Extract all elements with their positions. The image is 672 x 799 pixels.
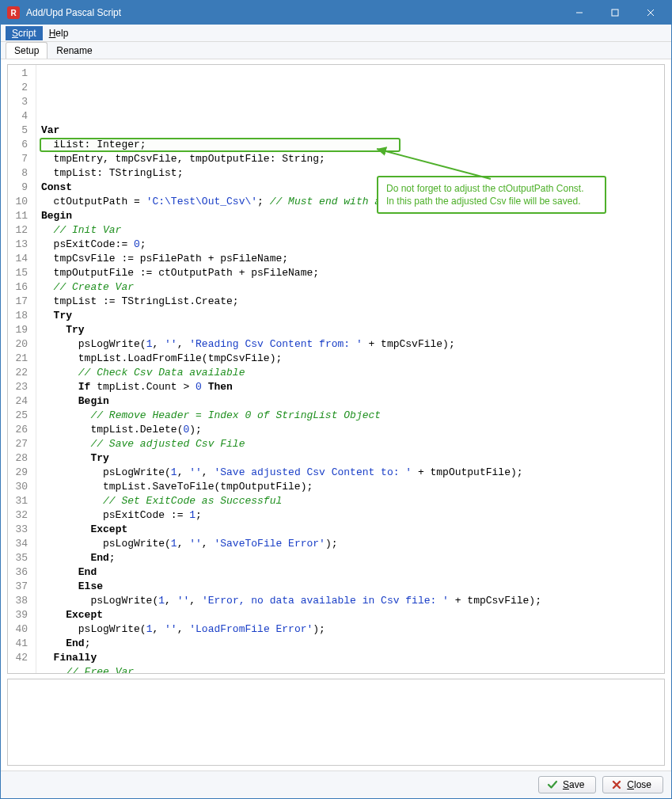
save-button[interactable]: Save (538, 776, 596, 793)
window-buttons (561, 1, 668, 25)
output-panel[interactable] (7, 679, 665, 766)
minimize-button[interactable] (561, 1, 597, 25)
maximize-button[interactable] (597, 1, 632, 25)
button-bar: Save Close (1, 770, 671, 798)
save-button-label: Save (563, 779, 584, 790)
code-text[interactable]: Var iList: Integer; tmpEntry, tmpCsvFile… (36, 65, 664, 674)
svg-rect-1 (612, 10, 618, 16)
line-number-gutter: 1234567891011121314151617181920212223242… (8, 65, 36, 674)
close-window-button[interactable] (632, 1, 668, 25)
content-area: 1234567891011121314151617181920212223242… (1, 59, 671, 770)
menubar: Script Help (1, 25, 671, 42)
close-button-label: Close (627, 779, 651, 790)
window-title: Add/Upd Pascal Script (26, 7, 561, 18)
tabbar: Setup Rename (1, 42, 671, 59)
code-editor[interactable]: 1234567891011121314151617181920212223242… (7, 64, 665, 674)
titlebar: R Add/Upd Pascal Script (1, 1, 671, 25)
app-icon: R (7, 6, 20, 19)
check-icon (547, 779, 558, 790)
menu-help[interactable]: Help (43, 26, 75, 40)
close-button[interactable]: Close (602, 776, 663, 793)
tab-rename[interactable]: Rename (47, 42, 101, 59)
cross-icon (611, 779, 622, 790)
tab-setup[interactable]: Setup (6, 42, 47, 59)
menu-script[interactable]: Script (6, 26, 43, 40)
